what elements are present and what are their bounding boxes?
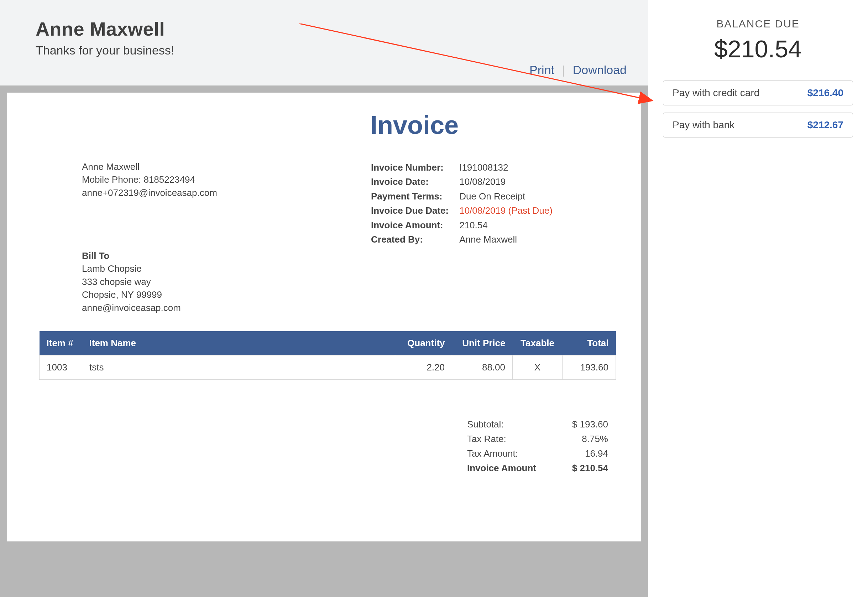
table-header-row: Item # Item Name Quantity Unit Price Tax… — [40, 331, 616, 355]
bill-to-block: Bill To Lamb Chopsie 333 chopsie way Cho… — [82, 249, 181, 314]
balance-due-label: BALANCE DUE — [663, 18, 853, 30]
bill-to-header: Bill To — [82, 249, 181, 262]
cell-taxable: X — [513, 355, 563, 380]
line-items-table: Item # Item Name Quantity Unit Price Tax… — [39, 331, 616, 380]
link-separator: | — [557, 63, 569, 77]
balance-due-amount: $210.54 — [663, 35, 853, 63]
invoice-meta: Invoice Number:I191008132 Invoice Date:1… — [370, 160, 563, 247]
invoice-viewer: Anne Maxwell Thanks for your business! P… — [0, 0, 648, 597]
pay-bank-label: Pay with bank — [672, 119, 735, 131]
meta-date-label: Invoice Date: — [371, 175, 459, 189]
print-link[interactable]: Print — [529, 63, 554, 77]
pay-credit-card-button[interactable]: Pay with credit card $216.40 — [663, 80, 853, 105]
invoice-title: Invoice — [370, 110, 459, 140]
meta-date: 10/08/2019 — [459, 175, 563, 189]
pay-cc-amount: $216.40 — [807, 87, 843, 99]
totals-block: Subtotal:$ 193.60 Tax Rate:8.75% Tax Amo… — [467, 417, 609, 476]
pay-cc-label: Pay with credit card — [672, 87, 760, 99]
meta-due-label: Invoice Due Date: — [371, 204, 459, 218]
cell-total: 193.60 — [563, 355, 616, 380]
customer-name: Anne Maxwell — [36, 18, 612, 40]
col-item-no: Item # — [40, 331, 82, 355]
thanks-message: Thanks for your business! — [36, 43, 612, 57]
bill-to-name: Lamb Chopsie — [82, 262, 181, 275]
cell-item-name: tsts — [82, 355, 395, 380]
meta-created-label: Created By: — [371, 233, 459, 247]
from-email: anne+072319@invoiceasap.com — [82, 186, 217, 199]
col-taxable: Taxable — [513, 331, 563, 355]
bill-to-addr1: 333 chopsie way — [82, 275, 181, 288]
meta-number-label: Invoice Number: — [371, 161, 459, 175]
meta-amount: 210.54 — [459, 219, 563, 232]
bill-to-addr2: Chopsie, NY 99999 — [82, 288, 181, 301]
meta-due-date: 10/08/2019 (Past Due) — [459, 204, 563, 218]
tax-amount-label: Tax Amount: — [467, 447, 561, 460]
meta-amount-label: Invoice Amount: — [371, 219, 459, 232]
from-name: Anne Maxwell — [82, 160, 217, 173]
subtotal-label: Subtotal: — [467, 417, 561, 431]
invoice-document: Invoice Anne Maxwell Mobile Phone: 81852… — [7, 93, 641, 541]
subtotal-value: $ 193.60 — [562, 417, 608, 431]
download-link[interactable]: Download — [573, 63, 627, 77]
col-unit-price: Unit Price — [452, 331, 513, 355]
document-actions: Print | Download — [529, 63, 627, 77]
col-qty: Quantity — [395, 331, 452, 355]
col-total: Total — [563, 331, 616, 355]
bill-to-email: anne@invoiceasap.com — [82, 301, 181, 314]
cell-unit-price: 88.00 — [452, 355, 513, 380]
tax-amount-value: 16.94 — [562, 447, 608, 460]
payment-sidebar: BALANCE DUE $210.54 Pay with credit card… — [648, 0, 868, 597]
viewer-header: Anne Maxwell Thanks for your business! P… — [0, 0, 648, 86]
from-phone: Mobile Phone: 8185223494 — [82, 173, 217, 186]
tax-rate-value: 8.75% — [562, 432, 608, 446]
from-block: Anne Maxwell Mobile Phone: 8185223494 an… — [82, 160, 217, 199]
invoice-amount-label: Invoice Amount — [467, 461, 561, 475]
table-row: 1003 tsts 2.20 88.00 X 193.60 — [40, 355, 616, 380]
meta-terms-label: Payment Terms: — [371, 190, 459, 203]
pay-bank-amount: $212.67 — [807, 119, 843, 131]
cell-qty: 2.20 — [395, 355, 452, 380]
col-item-name: Item Name — [82, 331, 395, 355]
tax-rate-label: Tax Rate: — [467, 432, 561, 446]
pay-bank-button[interactable]: Pay with bank $212.67 — [663, 113, 853, 138]
invoice-amount-value: $ 210.54 — [562, 461, 608, 475]
meta-created: Anne Maxwell — [459, 233, 563, 247]
meta-terms: Due On Receipt — [459, 190, 563, 203]
meta-number: I191008132 — [459, 161, 563, 175]
cell-item-no: 1003 — [40, 355, 82, 380]
